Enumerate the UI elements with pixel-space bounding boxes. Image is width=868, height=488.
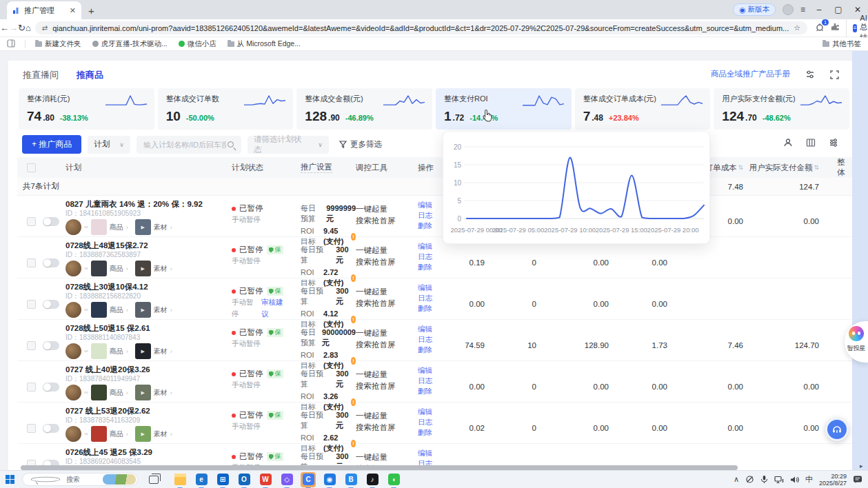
material-thumbnail[interactable]: ▶ (135, 385, 151, 400)
metric-card-1[interactable]: 整体成交订单数10-50.00% (158, 88, 294, 130)
help-floating-button[interactable] (825, 418, 849, 441)
plan-type-select[interactable]: 计划∨ (88, 136, 130, 154)
page-tab-live-room[interactable]: 推直播间 (23, 69, 59, 81)
start-button[interactable] (6, 475, 15, 485)
plan-name[interactable]: 0728线上30退10保4.12 (65, 282, 215, 292)
one-key-boost-link[interactable]: 一键起量 (356, 245, 411, 256)
bookmark-item[interactable]: 从 Microsoft Edge... (228, 39, 301, 49)
account-avatar[interactable] (65, 219, 81, 235)
product-label[interactable]: 商品 (110, 264, 123, 274)
material-label[interactable]: 素材 (154, 429, 168, 439)
plan-enable-toggle[interactable] (43, 217, 59, 226)
one-key-boost-link[interactable]: 一键起量 (356, 410, 411, 422)
plan-status-select[interactable]: 请筛选计划状态∨ (248, 136, 329, 154)
ime-indicator[interactable]: 中 (805, 474, 813, 485)
material-label[interactable]: 素材 (154, 223, 168, 232)
row-checkbox[interactable] (27, 383, 36, 392)
material-thumbnail[interactable]: ▶ (135, 261, 151, 276)
task-view-button[interactable] (149, 476, 159, 484)
promote-product-button[interactable]: + 推广商品 (22, 135, 81, 154)
log-link[interactable]: 日志 (418, 334, 444, 345)
material-label[interactable]: 素材 (154, 347, 168, 356)
edit-link[interactable]: 编辑 (418, 324, 444, 334)
log-link[interactable]: 日志 (418, 210, 444, 221)
edit-link[interactable]: 编辑 (418, 448, 444, 458)
plan-enable-toggle[interactable] (43, 258, 59, 267)
metric-card-0[interactable]: 整体消耗(元)74.80-38.13% (19, 88, 154, 130)
microphone-icon[interactable] (760, 475, 768, 484)
log-link[interactable]: 日志 (418, 376, 444, 386)
product-label[interactable]: 商品 (110, 305, 123, 315)
header-metric-5[interactable]: 用户实际支付金额⇅ (747, 163, 823, 173)
browser-avatar[interactable] (783, 4, 794, 15)
material-thumbnail[interactable]: ▶ (135, 219, 151, 235)
product-thumbnail[interactable] (91, 426, 107, 442)
fullscreen-icon[interactable] (830, 70, 840, 79)
plan-search-box[interactable] (137, 136, 241, 154)
delete-link[interactable]: 删除 (418, 386, 444, 396)
edit-link[interactable]: 编辑 (418, 200, 444, 210)
browser-tab[interactable]: 推广管理 ✕ (7, 1, 81, 19)
bookmark-item[interactable]: 虎牙直播-技术驱动... (92, 39, 168, 49)
search-top-screen-link[interactable]: 搜索抢首屏 (356, 215, 411, 227)
material-label[interactable]: 素材 (154, 388, 168, 398)
douyin-taskbar-icon[interactable]: ♪ (365, 472, 380, 487)
more-filters-button[interactable]: 更多筛选 (339, 139, 382, 150)
active-browser-taskbar-icon[interactable]: C (301, 472, 316, 487)
product-label[interactable]: 商品 (110, 429, 123, 439)
extensions-puzzle-icon[interactable] (831, 22, 840, 34)
search-top-screen-link[interactable]: 搜索抢首屏 (356, 380, 411, 392)
review-suggestion-link[interactable]: 审核建议 (261, 296, 287, 320)
home-button[interactable]: ⌂ (26, 23, 31, 33)
plan-enable-toggle[interactable] (43, 424, 59, 433)
app-blue-dot-taskbar-icon[interactable]: ◉ (322, 472, 337, 487)
select-all-checkbox[interactable] (27, 163, 36, 172)
notification-center-icon[interactable] (853, 475, 862, 484)
touchpad-off-icon[interactable] (745, 475, 754, 484)
edit-link[interactable]: 编辑 (418, 241, 444, 252)
bookmark-item[interactable]: 新建文件夹 (35, 39, 81, 49)
app-purple-taskbar-icon[interactable]: ◇ (279, 472, 294, 487)
product-thumbnail[interactable] (91, 219, 107, 235)
wechat-taskbar-icon[interactable]: ◖ (386, 472, 401, 487)
account-avatar[interactable] (65, 302, 81, 318)
microsoft-store-taskbar-icon[interactable]: ⊞ (215, 472, 230, 487)
log-link[interactable]: 日志 (418, 252, 444, 262)
one-key-boost-link[interactable]: 一键起量 (356, 327, 411, 339)
plan-name[interactable]: 0827 儿童雨衣 14% 退：20% 保：9.92 (65, 199, 215, 209)
site-settings-icon[interactable]: ⇄ (42, 24, 48, 32)
one-key-boost-link[interactable]: 一键起量 (356, 203, 411, 215)
product-label[interactable]: 商品 (110, 223, 123, 232)
columns-icon[interactable] (806, 138, 816, 148)
material-thumbnail[interactable]: ▶ (135, 426, 151, 442)
edit-link[interactable]: 编辑 (418, 283, 444, 293)
delete-link[interactable]: 删除 (418, 221, 444, 231)
network-icon[interactable] (774, 476, 784, 484)
metric-card-3[interactable]: 整体支付ROI1.72-14.43% (436, 88, 572, 130)
delete-link[interactable]: 删除 (418, 427, 444, 438)
taskbar-search[interactable]: 搜索 (22, 473, 138, 486)
back-button[interactable]: ← (0, 23, 9, 33)
row-checkbox[interactable] (27, 300, 36, 309)
url-bar[interactable]: ⇄ qianchuan.jinritemai.com/uni-prom?aavi… (35, 21, 807, 34)
plan-name[interactable]: 0727 线上53退20保2.62 (65, 406, 215, 416)
dev-tool-taskbar-icon[interactable]: B (343, 472, 359, 487)
delete-link[interactable]: 删除 (418, 262, 444, 272)
one-key-boost-link[interactable]: 一键起量 (356, 286, 411, 298)
plan-name[interactable]: 0728线上48退15保2.72 (65, 241, 215, 250)
scroll-right-arrow-icon[interactable]: ▸ (860, 462, 863, 469)
search-top-screen-link[interactable]: 搜索抢首屏 (356, 256, 411, 268)
search-icon[interactable] (228, 141, 234, 148)
product-thumbnail[interactable] (91, 385, 107, 400)
log-link[interactable]: 日志 (418, 417, 444, 427)
clock[interactable]: 20:292025/8/27 (819, 473, 847, 487)
plan-name[interactable]: 0726线上45 退25 保3.29 (65, 447, 215, 457)
bookmark-star-icon[interactable]: ☆ (794, 23, 800, 32)
reload-button[interactable]: ↻ (18, 23, 26, 33)
edit-link[interactable]: 编辑 (418, 365, 444, 376)
bookmark-item[interactable]: 微信小店 (179, 39, 216, 49)
product-thumbnail[interactable] (91, 343, 107, 359)
tab-close-icon[interactable]: ✕ (70, 6, 76, 15)
product-thumbnail[interactable] (91, 302, 107, 318)
material-label[interactable]: 素材 (154, 305, 168, 315)
